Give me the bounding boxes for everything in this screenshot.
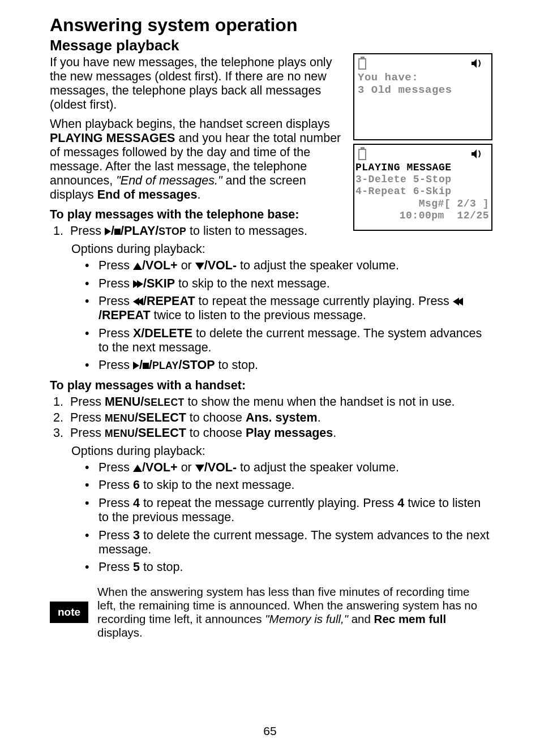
ffwd-icon — [133, 277, 143, 291]
hs-step-3: Press MENU/SELECT to choose Play message… — [67, 426, 490, 441]
lcd1-line1: You have: — [354, 71, 491, 84]
hs-opt-skip: Press 6 to skip to the next message. — [85, 478, 490, 492]
rewind-icon — [453, 294, 463, 308]
intro-para-2: When playback begins, the handset screen… — [50, 117, 350, 203]
main-heading: Answering system operation — [50, 15, 490, 36]
options-label-2: Options during playback: — [71, 444, 490, 458]
lcd2-line3: 4-Repeat 6-Skip — [354, 186, 491, 197]
hs-opt-delete: Press 3 to delete the current message. T… — [85, 529, 490, 557]
hs-opt-repeat: Press 4 to repeat the message currently … — [85, 496, 490, 525]
hs-opt-stop: Press 5 to stop. — [85, 560, 490, 574]
base-opt-volume: Press /VOL+ or /VOL- to adjust the speak… — [85, 259, 490, 273]
page: Answering system operation Message playb… — [0, 0, 540, 756]
note-text: When the answering system has less than … — [97, 585, 490, 640]
lcd2-line4: Msg#[ 2/3 ] — [354, 198, 491, 210]
up-triangle-icon — [133, 263, 142, 270]
base-opt-stop: Press //PLAY/STOP to stop. — [85, 358, 490, 372]
note-badge: note — [50, 602, 88, 623]
hs-opt-volume: Press /VOL+ or /VOL- to adjust the speak… — [85, 461, 490, 475]
subhead-handset: To play messages with a handset: — [50, 379, 490, 393]
handset-screen-2: PLAYING MESSAGE 3-Delete 5-Stop 4-Repeat… — [353, 144, 492, 231]
battery-icon — [358, 57, 368, 70]
hs-step-2: Press MENU/SELECT to choose Ans. system. — [67, 411, 490, 426]
down-triangle-icon — [195, 263, 204, 270]
up-triangle-icon — [133, 465, 142, 472]
down-triangle-icon — [195, 465, 204, 472]
base-opt-skip: Press /SKIP to skip to the next message. — [85, 277, 490, 291]
intro-para-1: If you have new messages, the telephone … — [50, 55, 350, 113]
options-label-1: Options during playback: — [71, 242, 490, 256]
base-options: Press /VOL+ or /VOL- to adjust the speak… — [50, 259, 490, 373]
base-opt-repeat: Press /REPEAT to repeat the message curr… — [85, 294, 490, 323]
section-heading: Message playback — [50, 37, 490, 54]
lcd2-line1: PLAYING MESSAGE — [354, 162, 491, 174]
base-opt-delete: Press X/DELETE to delete the current mes… — [85, 327, 490, 355]
stop-icon — [143, 363, 149, 369]
rewind-icon — [133, 294, 143, 308]
handset-screen-1: You have: 3 Old messages — [353, 53, 492, 140]
note-row: note When the answering system has less … — [50, 585, 490, 640]
lcd2-line5: 10:00pm 12/25 — [354, 210, 491, 222]
hs-step-1: Press MENU/SELECT to show the menu when … — [67, 395, 490, 410]
battery-icon — [358, 147, 368, 161]
play-icon — [105, 227, 111, 235]
page-number: 65 — [0, 724, 540, 738]
stop-icon — [114, 229, 121, 235]
speaker-icon — [471, 58, 483, 73]
speaker-icon — [471, 148, 483, 164]
handset-steps: Press MENU/SELECT to show the menu when … — [50, 395, 490, 441]
lcd2-line2: 3-Delete 5-Stop — [354, 174, 491, 186]
handset-options: Press /VOL+ or /VOL- to adjust the speak… — [50, 461, 490, 575]
play-icon — [133, 362, 139, 370]
lcd1-line2: 3 Old messages — [354, 84, 491, 96]
